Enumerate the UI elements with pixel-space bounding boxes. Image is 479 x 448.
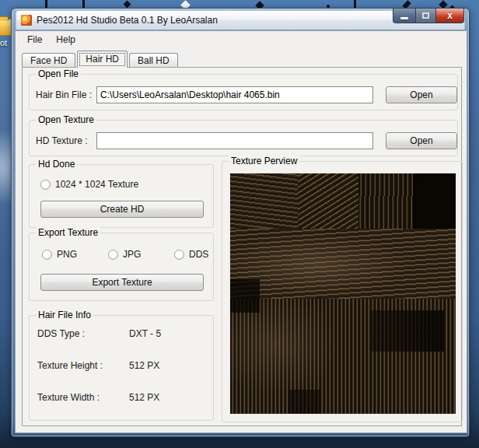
jpg-radio[interactable]: JPG [108, 249, 141, 260]
tab-face-hd[interactable]: Face HD [22, 53, 75, 68]
dds-type-row: DDS Type : DXT - 5 [30, 328, 213, 339]
hd-done-group-title: Hd Done [36, 159, 77, 170]
hair-hd-tab-page: Open File Hair Bin File : Open Open Text… [22, 67, 462, 426]
close-icon: x [447, 10, 453, 21]
hair-bin-file-label: Hair Bin File : [30, 89, 96, 100]
window-title: Pes2012 Hd Studio Beta 0.1 By LeoArsalan [37, 15, 218, 26]
radio-icon [174, 250, 184, 260]
texture-1024-radio[interactable]: 1024 * 1024 Texture [40, 179, 138, 190]
texture-preview-group-title: Texture Perview [229, 156, 299, 166]
hd-done-group: Hd Done 1024 * 1024 Texture Create HD [29, 164, 214, 228]
tab-hair-hd[interactable]: Hair HD [77, 51, 128, 68]
create-hd-button[interactable]: Create HD [40, 201, 204, 218]
app-window: Pes2012 Hd Studio Beta 0.1 By LeoArsalan… [11, 8, 470, 437]
hair-strands-patch [370, 310, 445, 352]
hair-file-info-group: Hair File Info DDS Type : DXT - 5 Textur… [29, 315, 214, 421]
minimize-icon [400, 17, 408, 19]
caption-buttons: x [393, 9, 464, 23]
maximize-icon [422, 12, 429, 19]
maximize-button[interactable] [416, 9, 435, 23]
radio-icon [40, 180, 51, 190]
export-texture-button[interactable]: Export Texture [40, 274, 204, 291]
tab-ball-hd[interactable]: Ball HD [129, 53, 178, 68]
calligraphy-mark [124, 1, 131, 9]
texture-preview-group: Texture Perview [222, 161, 463, 422]
dds-radio[interactable]: DDS [174, 249, 208, 260]
texture-width-value: 512 PX [129, 392, 159, 403]
png-radio-label: PNG [57, 249, 77, 260]
hair-file-info-group-title: Hair File Info [36, 310, 93, 320]
tab-hair-hd-label: Hair HD [86, 54, 119, 65]
open-file-group-title: Open File [36, 68, 81, 79]
hair-strands-patch [230, 279, 260, 313]
app-icon [21, 15, 32, 26]
texture-height-value: 512 PX [129, 360, 159, 371]
texture-height-row: Texture Height : 512 PX [30, 360, 213, 371]
open-file-group: Open File Hair Bin File : Open [29, 74, 458, 110]
open-texture-button[interactable]: Open [386, 132, 457, 149]
jpg-radio-label: JPG [123, 249, 141, 260]
png-radio[interactable]: PNG [42, 249, 77, 260]
hd-texture-label: HD Texture : [30, 135, 96, 146]
radio-icon [42, 250, 52, 260]
open-bin-button[interactable]: Open [386, 86, 457, 103]
window-client-area: File Help Face HD Hair HD Ball HD Open F… [15, 30, 467, 433]
dds-radio-label: DDS [189, 249, 208, 260]
export-texture-group-title: Export Texture [36, 227, 100, 238]
close-button[interactable]: x [435, 9, 464, 23]
dds-type-label: DDS Type : [30, 328, 129, 339]
dds-type-value: DXT - 5 [129, 328, 161, 339]
export-texture-group: Export Texture PNG JPG DDS Export Textur… [29, 233, 214, 301]
minimize-button[interactable] [393, 9, 416, 23]
texture-height-label: Texture Height : [30, 360, 129, 371]
menu-help[interactable]: Help [49, 33, 82, 47]
desktop-background: ot Pes2012 Hd Studio Beta 0.1 By LeoArsa… [0, 0, 479, 448]
tab-strip: Face HD Hair HD Ball HD [22, 51, 180, 68]
hair-bin-file-input[interactable] [96, 86, 373, 103]
hair-strands-patch [230, 173, 305, 231]
menu-bar: File Help [16, 31, 467, 47]
radio-icon [108, 250, 118, 260]
hair-strands-patch [288, 390, 320, 414]
hd-texture-input[interactable] [96, 132, 373, 149]
open-texture-group-title: Open Texture [36, 114, 96, 125]
texture-width-row: Texture Width : 512 PX [30, 392, 213, 403]
hair-texture-preview [229, 173, 456, 415]
texture-1024-radio-label: 1024 * 1024 Texture [55, 179, 138, 190]
texture-width-label: Texture Width : [30, 392, 129, 403]
open-texture-group: Open Texture HD Texture : Open [29, 120, 458, 156]
menu-file[interactable]: File [20, 33, 49, 47]
